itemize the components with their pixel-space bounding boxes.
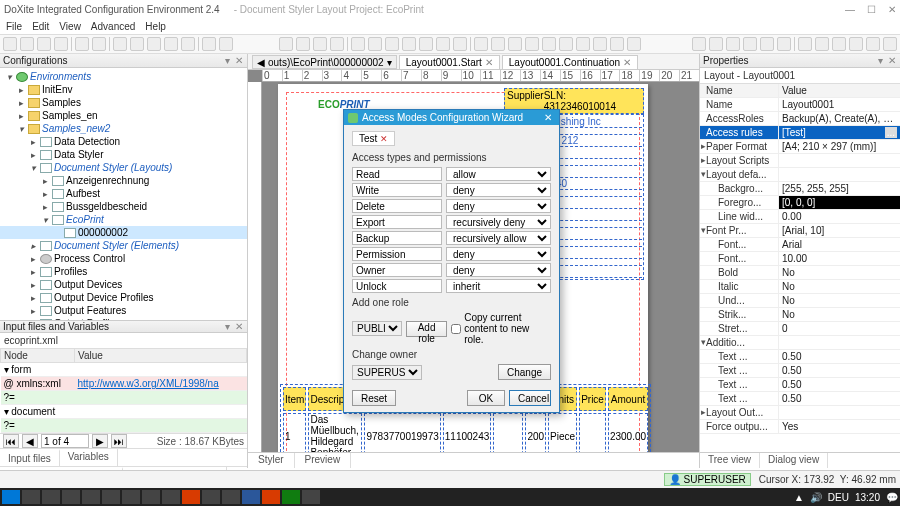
nav-next[interactable]: ▶ — [92, 434, 108, 448]
taskbar-item[interactable] — [202, 490, 220, 504]
clock[interactable]: 13:20 — [855, 492, 880, 503]
lang-indicator[interactable]: DEU — [828, 492, 849, 503]
panel-pin-icon[interactable]: ▾ — [875, 56, 885, 66]
perm-select[interactable]: deny — [446, 263, 551, 277]
nav-first[interactable]: ⏮ — [3, 434, 19, 448]
taskbar-item[interactable] — [22, 490, 40, 504]
toolbar-btn[interactable] — [508, 37, 522, 51]
tab-dialog-view[interactable]: Dialog view — [760, 453, 828, 468]
panel-pin-icon[interactable]: ▾ — [222, 56, 232, 66]
taskbar-item[interactable] — [62, 490, 80, 504]
owner-select[interactable]: SUPERUSER — [352, 365, 422, 380]
tree-item[interactable]: ▸Process Control — [0, 252, 247, 265]
toolbar-btn[interactable] — [743, 37, 757, 51]
toolbar-btn[interactable] — [54, 37, 68, 51]
property-row[interactable]: Foregro...[0, 0, 0] — [700, 196, 900, 210]
taskbar-item[interactable] — [262, 490, 280, 504]
add-role-button[interactable]: Add role — [406, 321, 447, 337]
toolbar-btn[interactable] — [525, 37, 539, 51]
tree-item[interactable]: ▸Output Devices — [0, 278, 247, 291]
toolbar-btn[interactable] — [610, 37, 624, 51]
toolbar-btn[interactable] — [760, 37, 774, 51]
nav-page-input[interactable] — [41, 434, 89, 448]
config-tree[interactable]: ▾Environments▸InitEnv▸Samples▸Samples_en… — [0, 68, 247, 320]
tree-item[interactable]: ▸Anzeigenrechnung — [0, 174, 247, 187]
perm-select[interactable]: deny — [446, 199, 551, 213]
toolbar-btn[interactable] — [419, 37, 433, 51]
toolbar-btn[interactable] — [3, 37, 17, 51]
dropdown-icon[interactable]: ▾ — [387, 57, 392, 68]
tree-item[interactable]: ▸Samples_en — [0, 109, 247, 122]
tree-item[interactable]: ▸Document Styler (Elements) — [0, 239, 247, 252]
property-row[interactable]: Stret...0 — [700, 322, 900, 336]
toolbar-btn[interactable] — [453, 37, 467, 51]
property-row[interactable]: ▾Font Pr...[Arial, 10] — [700, 224, 900, 238]
toolbar-btn[interactable] — [559, 37, 573, 51]
menu-help[interactable]: Help — [145, 21, 166, 32]
property-row[interactable]: Force outpu...Yes — [700, 420, 900, 434]
property-row[interactable]: Font...10.00 — [700, 252, 900, 266]
tray-icon[interactable]: 🔊 — [810, 492, 822, 503]
property-row[interactable]: Font...Arial — [700, 238, 900, 252]
perm-select[interactable]: recursively allow — [446, 231, 551, 245]
taskbar-item[interactable] — [162, 490, 180, 504]
notification-icon[interactable]: 💬 — [886, 492, 898, 503]
toolbar-btn[interactable] — [313, 37, 327, 51]
tree-item[interactable]: ▸Samples — [0, 96, 247, 109]
property-row[interactable]: BoldNo — [700, 266, 900, 280]
toolbar-btn[interactable] — [351, 37, 365, 51]
menu-edit[interactable]: Edit — [32, 21, 49, 32]
property-row[interactable]: Strik...No — [700, 308, 900, 322]
ok-button[interactable]: OK — [467, 390, 505, 406]
property-row[interactable]: Text ...0.50 — [700, 392, 900, 406]
toolbar-btn[interactable] — [20, 37, 34, 51]
close-icon[interactable]: ✕ — [623, 57, 631, 68]
perm-select[interactable]: deny — [446, 247, 551, 261]
tree-item[interactable]: 000000002 — [0, 226, 247, 239]
tab-layout-start[interactable]: Layout0001.Start✕ — [399, 55, 500, 69]
tree-item[interactable]: ▸Bussgeldbescheid — [0, 200, 247, 213]
tree-item[interactable]: ▸Aufbest — [0, 187, 247, 200]
tree-item[interactable]: ▸Data Detection — [0, 135, 247, 148]
tree-item[interactable]: ▾Document Styler (Layouts) — [0, 161, 247, 174]
toolbar-btn[interactable] — [866, 37, 880, 51]
copy-content-checkbox[interactable]: Copy current content to new role. — [451, 312, 551, 345]
property-row[interactable]: Access rules[Test] ... — [700, 126, 900, 140]
nav-last[interactable]: ⏭ — [111, 434, 127, 448]
property-row[interactable]: ▸Layout Out... — [700, 406, 900, 420]
tree-item[interactable]: ▸InitEnv — [0, 83, 247, 96]
toolbar-btn[interactable] — [883, 37, 897, 51]
menu-advanced[interactable]: Advanced — [91, 21, 135, 32]
tab-variables[interactable]: Variables — [60, 449, 118, 466]
current-user[interactable]: 👤SUPERUSER — [664, 473, 751, 486]
panel-close-icon[interactable]: ✕ — [234, 322, 244, 332]
cancel-button[interactable]: Cancel — [509, 390, 551, 406]
tab-input-files[interactable]: Input files — [0, 449, 60, 466]
toolbar-btn[interactable] — [777, 37, 791, 51]
toolbar-btn[interactable] — [726, 37, 740, 51]
start-button[interactable] — [2, 490, 20, 504]
tree-item[interactable]: ▸Data Styler — [0, 148, 247, 161]
property-row[interactable]: ▸Paper Format[A4; 210 × 297 (mm)] — [700, 140, 900, 154]
toolbar-btn[interactable] — [849, 37, 863, 51]
property-row[interactable]: ▾Layout defa... — [700, 168, 900, 182]
toolbar-btn[interactable] — [491, 37, 505, 51]
reset-button[interactable]: Reset — [352, 390, 396, 406]
tree-item[interactable]: ▾EcoPrint — [0, 213, 247, 226]
property-row[interactable]: Und...No — [700, 294, 900, 308]
taskbar-item[interactable] — [222, 490, 240, 504]
panel-pin-icon[interactable]: ▾ — [222, 322, 232, 332]
toolbar-btn[interactable] — [92, 37, 106, 51]
perm-select[interactable]: inherit — [446, 279, 551, 293]
change-button[interactable]: Change — [498, 364, 551, 380]
tree-item[interactable]: ▾Samples_new2 — [0, 122, 247, 135]
property-row[interactable]: ItalicNo — [700, 280, 900, 294]
tab-styler[interactable]: Styler — [248, 453, 295, 468]
tab-tree-view[interactable]: Tree view — [700, 453, 760, 468]
taskbar-item[interactable] — [302, 490, 320, 504]
toolbar-btn[interactable] — [402, 37, 416, 51]
tree-item[interactable]: ▾Environments — [0, 70, 247, 83]
toolbar-btn[interactable] — [385, 37, 399, 51]
toolbar-btn[interactable] — [37, 37, 51, 51]
tray-icon[interactable]: ▲ — [794, 492, 804, 503]
